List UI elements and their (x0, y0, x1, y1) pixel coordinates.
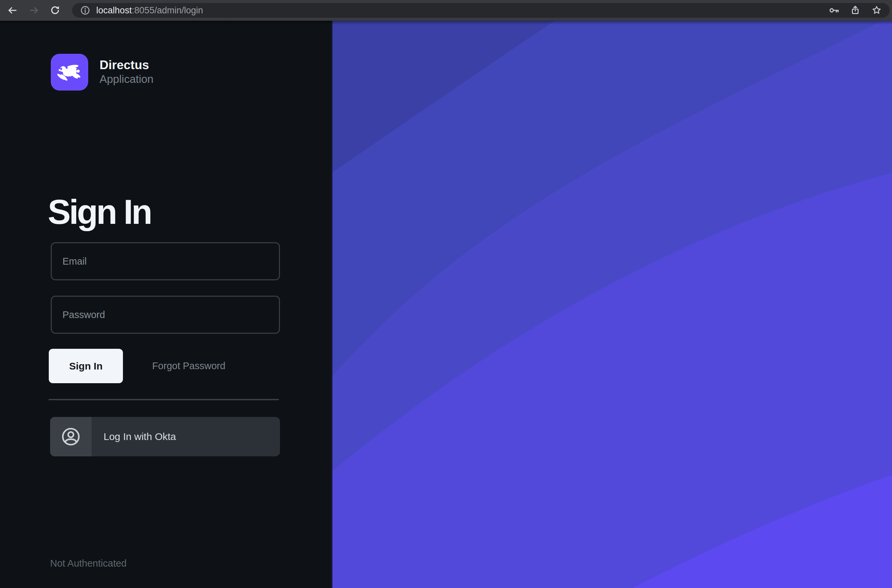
okta-login-button[interactable]: Log In with Okta (50, 417, 280, 456)
browser-toolbar: localhost:8055/admin/login (0, 0, 892, 21)
info-icon[interactable] (79, 4, 91, 16)
panel-seam (331, 21, 333, 588)
url-text: localhost:8055/admin/login (96, 3, 203, 18)
directus-rabbit-icon (51, 54, 88, 90)
sign-in-button[interactable]: Sign In (49, 349, 123, 383)
app-name: Directus (100, 58, 149, 72)
divider (48, 399, 279, 400)
status-text: Not Authenticated (50, 558, 127, 569)
okta-icon-box (50, 417, 91, 456)
url-host: localhost (96, 5, 132, 15)
directus-logo (51, 54, 88, 90)
url-path: :8055/admin/login (132, 5, 203, 15)
share-icon[interactable] (850, 4, 861, 16)
page-title: Sign In (48, 192, 151, 232)
toolbar-shadow (0, 21, 892, 25)
star-icon[interactable] (871, 4, 882, 16)
email-field[interactable] (51, 242, 280, 280)
app-subtitle: Application (100, 73, 153, 86)
forward-arrow-icon[interactable] (28, 4, 40, 16)
login-panel: Directus Application Sign In Sign In For… (0, 21, 331, 588)
back-arrow-icon[interactable] (7, 4, 18, 16)
okta-login-label: Log In with Okta (103, 417, 176, 456)
forgot-password-link[interactable]: Forgot Password (145, 349, 232, 383)
key-icon[interactable] (829, 4, 840, 16)
art-background (331, 21, 892, 588)
address-bar[interactable]: localhost:8055/admin/login (72, 3, 890, 18)
reload-icon[interactable] (49, 4, 61, 16)
art-stripes (331, 21, 892, 588)
password-field[interactable] (51, 296, 280, 334)
account-circle-icon (60, 426, 81, 447)
